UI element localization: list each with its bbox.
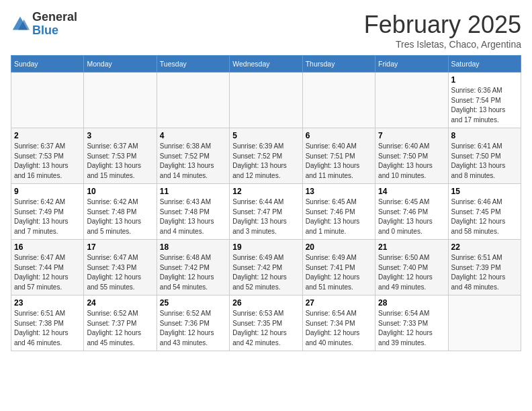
day-number: 7 <box>378 131 445 140</box>
day-info: Sunrise: 6:49 AMSunset: 7:41 PMDaylight:… <box>306 253 372 292</box>
weekday-friday: Friday <box>375 56 448 73</box>
day-number: 10 <box>87 187 153 196</box>
day-info: Sunrise: 6:37 AMSunset: 7:53 PMDaylight:… <box>14 142 81 181</box>
day-number: 19 <box>232 242 299 252</box>
title-area: February 2025 Tres Isletas, Chaco, Argen… <box>364 11 521 50</box>
day-info: Sunrise: 6:46 AMSunset: 7:45 PMDaylight:… <box>451 197 518 236</box>
calendar-cell: 5Sunrise: 6:39 AMSunset: 7:52 PMDaylight… <box>230 128 302 184</box>
logo-blue: Blue <box>32 24 77 38</box>
week-row-3: 9Sunrise: 6:42 AMSunset: 7:49 PMDaylight… <box>11 184 521 240</box>
calendar-cell: 28Sunrise: 6:54 AMSunset: 7:33 PMDayligh… <box>375 295 448 351</box>
logo: General Blue <box>11 11 77 38</box>
day-number: 9 <box>14 187 81 196</box>
day-number: 17 <box>87 242 153 252</box>
week-row-4: 16Sunrise: 6:47 AMSunset: 7:44 PMDayligh… <box>11 240 521 295</box>
day-info: Sunrise: 6:41 AMSunset: 7:50 PMDaylight:… <box>451 142 518 181</box>
day-info: Sunrise: 6:45 AMSunset: 7:46 PMDaylight:… <box>378 197 445 236</box>
week-row-2: 2Sunrise: 6:37 AMSunset: 7:53 PMDaylight… <box>11 128 521 184</box>
day-number: 20 <box>306 242 372 252</box>
calendar-cell: 20Sunrise: 6:49 AMSunset: 7:41 PMDayligh… <box>302 240 375 295</box>
day-info: Sunrise: 6:44 AMSunset: 7:47 PMDaylight:… <box>232 197 299 236</box>
calendar-cell: 9Sunrise: 6:42 AMSunset: 7:49 PMDaylight… <box>11 184 84 240</box>
calendar-cell: 7Sunrise: 6:40 AMSunset: 7:50 PMDaylight… <box>375 128 448 184</box>
day-number: 13 <box>306 187 372 196</box>
logo-general: General <box>32 11 77 24</box>
calendar-cell: 3Sunrise: 6:37 AMSunset: 7:53 PMDaylight… <box>84 128 157 184</box>
day-number: 25 <box>160 298 226 308</box>
day-info: Sunrise: 6:54 AMSunset: 7:34 PMDaylight:… <box>306 309 372 348</box>
calendar-cell: 13Sunrise: 6:45 AMSunset: 7:46 PMDayligh… <box>302 184 375 240</box>
calendar-cell: 26Sunrise: 6:53 AMSunset: 7:35 PMDayligh… <box>230 295 302 351</box>
day-info: Sunrise: 6:36 AMSunset: 7:54 PMDaylight:… <box>451 86 518 125</box>
day-info: Sunrise: 6:45 AMSunset: 7:46 PMDaylight:… <box>306 197 372 236</box>
day-info: Sunrise: 6:42 AMSunset: 7:48 PMDaylight:… <box>87 197 153 236</box>
weekday-saturday: Saturday <box>448 56 521 73</box>
day-info: Sunrise: 6:42 AMSunset: 7:49 PMDaylight:… <box>14 197 81 236</box>
day-info: Sunrise: 6:39 AMSunset: 7:52 PMDaylight:… <box>232 142 299 181</box>
week-row-5: 23Sunrise: 6:51 AMSunset: 7:38 PMDayligh… <box>11 295 521 351</box>
calendar-cell: 27Sunrise: 6:54 AMSunset: 7:34 PMDayligh… <box>302 295 375 351</box>
day-number: 15 <box>451 187 518 196</box>
logo-text: General Blue <box>32 11 77 38</box>
calendar-cell <box>157 73 229 128</box>
day-number: 8 <box>451 131 518 140</box>
day-number: 26 <box>232 298 299 308</box>
day-info: Sunrise: 6:49 AMSunset: 7:42 PMDaylight:… <box>232 253 299 292</box>
calendar-cell <box>448 295 521 351</box>
day-info: Sunrise: 6:47 AMSunset: 7:44 PMDaylight:… <box>14 253 81 292</box>
day-number: 3 <box>87 131 153 140</box>
calendar-cell: 18Sunrise: 6:48 AMSunset: 7:42 PMDayligh… <box>157 240 229 295</box>
day-info: Sunrise: 6:47 AMSunset: 7:43 PMDaylight:… <box>87 253 153 292</box>
calendar-cell: 2Sunrise: 6:37 AMSunset: 7:53 PMDaylight… <box>11 128 84 184</box>
weekday-tuesday: Tuesday <box>157 56 229 73</box>
calendar-cell <box>84 73 157 128</box>
day-number: 21 <box>378 242 445 252</box>
day-number: 23 <box>14 298 81 308</box>
day-number: 2 <box>14 131 81 140</box>
calendar-cell: 15Sunrise: 6:46 AMSunset: 7:45 PMDayligh… <box>448 184 521 240</box>
calendar-cell: 11Sunrise: 6:43 AMSunset: 7:48 PMDayligh… <box>157 184 229 240</box>
day-number: 14 <box>378 187 445 196</box>
day-info: Sunrise: 6:38 AMSunset: 7:52 PMDaylight:… <box>160 142 226 181</box>
calendar-cell: 12Sunrise: 6:44 AMSunset: 7:47 PMDayligh… <box>230 184 302 240</box>
calendar-cell: 24Sunrise: 6:52 AMSunset: 7:37 PMDayligh… <box>84 295 157 351</box>
calendar-cell: 17Sunrise: 6:47 AMSunset: 7:43 PMDayligh… <box>84 240 157 295</box>
calendar-body: 1Sunrise: 6:36 AMSunset: 7:54 PMDaylight… <box>11 73 521 351</box>
calendar-cell: 1Sunrise: 6:36 AMSunset: 7:54 PMDaylight… <box>448 73 521 128</box>
calendar-cell: 21Sunrise: 6:50 AMSunset: 7:40 PMDayligh… <box>375 240 448 295</box>
calendar-cell <box>230 73 302 128</box>
day-number: 28 <box>378 298 445 308</box>
week-row-1: 1Sunrise: 6:36 AMSunset: 7:54 PMDaylight… <box>11 73 521 128</box>
day-number: 5 <box>232 131 299 140</box>
day-info: Sunrise: 6:52 AMSunset: 7:37 PMDaylight:… <box>87 309 153 348</box>
calendar-cell <box>302 73 375 128</box>
day-number: 18 <box>160 242 226 252</box>
day-info: Sunrise: 6:40 AMSunset: 7:51 PMDaylight:… <box>306 142 372 181</box>
calendar: SundayMondayTuesdayWednesdayThursdayFrid… <box>11 55 521 351</box>
calendar-cell: 23Sunrise: 6:51 AMSunset: 7:38 PMDayligh… <box>11 295 84 351</box>
weekday-monday: Monday <box>84 56 157 73</box>
calendar-cell: 6Sunrise: 6:40 AMSunset: 7:51 PMDaylight… <box>302 128 375 184</box>
weekday-sunday: Sunday <box>11 56 84 73</box>
calendar-cell: 19Sunrise: 6:49 AMSunset: 7:42 PMDayligh… <box>230 240 302 295</box>
calendar-cell: 10Sunrise: 6:42 AMSunset: 7:48 PMDayligh… <box>84 184 157 240</box>
weekday-thursday: Thursday <box>302 56 375 73</box>
day-number: 27 <box>306 298 372 308</box>
weekday-header-row: SundayMondayTuesdayWednesdayThursdayFrid… <box>11 56 521 73</box>
day-info: Sunrise: 6:51 AMSunset: 7:39 PMDaylight:… <box>451 253 518 292</box>
day-number: 4 <box>160 131 226 140</box>
day-info: Sunrise: 6:40 AMSunset: 7:50 PMDaylight:… <box>378 142 445 181</box>
day-number: 1 <box>451 75 518 85</box>
day-info: Sunrise: 6:43 AMSunset: 7:48 PMDaylight:… <box>160 197 226 236</box>
calendar-cell <box>375 73 448 128</box>
day-info: Sunrise: 6:52 AMSunset: 7:36 PMDaylight:… <box>160 309 226 348</box>
day-number: 6 <box>306 131 372 140</box>
calendar-cell: 14Sunrise: 6:45 AMSunset: 7:46 PMDayligh… <box>375 184 448 240</box>
calendar-cell: 4Sunrise: 6:38 AMSunset: 7:52 PMDaylight… <box>157 128 229 184</box>
calendar-cell: 22Sunrise: 6:51 AMSunset: 7:39 PMDayligh… <box>448 240 521 295</box>
header: General Blue February 2025 Tres Isletas,… <box>11 11 521 50</box>
day-number: 12 <box>232 187 299 196</box>
calendar-cell: 16Sunrise: 6:47 AMSunset: 7:44 PMDayligh… <box>11 240 84 295</box>
day-number: 11 <box>160 187 226 196</box>
day-info: Sunrise: 6:53 AMSunset: 7:35 PMDaylight:… <box>232 309 299 348</box>
